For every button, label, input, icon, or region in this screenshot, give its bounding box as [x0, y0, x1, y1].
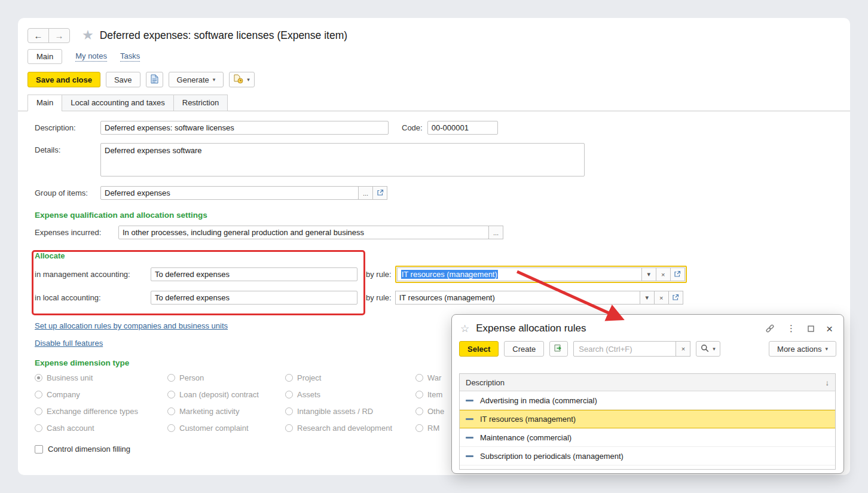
search-options-button[interactable]: ▾ [696, 341, 720, 357]
radio-icon [167, 391, 175, 398]
open-button[interactable] [668, 291, 683, 305]
open-button[interactable] [372, 186, 387, 200]
details-textarea[interactable]: Deferred expenses software [100, 143, 585, 176]
code-input[interactable] [427, 121, 498, 135]
tab-my-notes[interactable]: My notes [75, 51, 107, 62]
attached-files-button[interactable] [146, 72, 163, 87]
radio-icon [415, 391, 423, 398]
form-tab-main[interactable]: Main [27, 95, 62, 111]
back-button[interactable]: ← [27, 28, 49, 43]
choose-button[interactable]: ... [488, 226, 503, 239]
command-toolbar: Save and close Save Generate ▾ ▾ [18, 71, 850, 89]
code-label: Code: [402, 123, 423, 132]
dropdown-button[interactable]: ▾ [640, 291, 655, 305]
save-and-close-button[interactable]: Save and close [27, 72, 100, 87]
dash-icon [466, 400, 473, 401]
save-button[interactable]: Save [106, 72, 140, 87]
form-tab-local-accounting[interactable]: Local accounting and taxes [62, 95, 174, 111]
forward-button[interactable]: → [48, 28, 70, 43]
local-accounting-input[interactable] [151, 291, 357, 305]
radio-icon [285, 407, 293, 415]
document-clock-icon [234, 74, 243, 86]
details-label: Details: [35, 143, 100, 154]
radio-icon [167, 374, 175, 382]
maximize-icon[interactable] [808, 325, 814, 332]
open-icon [377, 189, 384, 197]
create-on-basis-button[interactable]: ▾ [229, 72, 255, 87]
management-rule-field[interactable]: IT resources (management) ▾ × [395, 266, 687, 283]
favorite-star-icon[interactable]: ★ [82, 29, 94, 42]
kebab-menu-icon[interactable]: ⋮ [787, 323, 796, 334]
clear-icon: × [661, 271, 665, 278]
table-header[interactable]: Description ↓ [460, 374, 835, 391]
search-input[interactable] [573, 341, 676, 357]
management-accounting-input[interactable] [151, 267, 357, 281]
table-row[interactable]: Maintenance (commercial) [460, 428, 835, 447]
expense-allocation-rules-window: ☆ Expense allocation rules ⋮ × Select Cr… [451, 314, 844, 474]
document-icon [151, 74, 158, 86]
magnifier-icon [701, 344, 709, 354]
tab-main[interactable]: Main [27, 49, 62, 64]
generate-button[interactable]: Generate ▾ [169, 72, 224, 87]
tab-tasks[interactable]: Tasks [120, 51, 140, 62]
radio-project[interactable]: Project [285, 373, 415, 382]
create-group-button[interactable] [549, 341, 568, 357]
more-actions-button[interactable]: More actions ▾ [769, 341, 836, 357]
dropdown-button[interactable]: ▾ [641, 267, 656, 281]
choose-button[interactable]: ... [358, 186, 373, 200]
radio-assets[interactable]: Assets [285, 390, 415, 399]
close-icon[interactable]: × [826, 323, 833, 334]
radio-research-and-development[interactable]: Research and development [285, 424, 415, 433]
forward-arrow-icon: → [55, 31, 64, 41]
radio-person[interactable]: Person [167, 373, 285, 382]
chevron-down-icon: ▾ [713, 346, 716, 352]
table-row-selected[interactable]: IT resources (management) [460, 410, 835, 428]
open-button[interactable] [670, 267, 685, 281]
create-button[interactable]: Create [504, 341, 544, 357]
radio-customer-complaint[interactable]: Customer complaint [167, 424, 285, 433]
form-tabs: Main Local accounting and taxes Restrict… [18, 95, 850, 111]
radio-cash-account[interactable]: Cash account [35, 424, 167, 433]
clear-button[interactable]: × [654, 291, 669, 305]
radio-loan-deposit-contract[interactable]: Loan (deposit) contract [167, 390, 285, 399]
management-rule-value[interactable]: IT resources (management) [397, 267, 642, 281]
create-group-icon [554, 343, 563, 354]
setup-allocation-rules-link[interactable]: Set up allocation rules by companies and… [35, 322, 228, 330]
generate-label: Generate [177, 75, 209, 84]
radio-intangible-assets-rd[interactable]: Intangible assets / RD [285, 407, 415, 416]
group-of-items-row: Group of items: ... [35, 186, 839, 200]
description-input[interactable] [100, 121, 389, 135]
chevron-down-icon: ▾ [647, 270, 650, 278]
local-accounting-label: in local accounting: [35, 293, 151, 302]
radio-icon [35, 424, 42, 432]
open-icon [672, 294, 679, 302]
radio-marketing-activity[interactable]: Marketing activity [167, 407, 285, 416]
local-rule-value[interactable]: IT resources (management) [395, 291, 640, 305]
form-tab-restriction[interactable]: Restriction [173, 95, 228, 111]
radio-icon [35, 374, 42, 382]
expenses-incurred-input[interactable] [118, 226, 489, 239]
radio-icon [35, 407, 42, 415]
radio-company[interactable]: Company [35, 390, 167, 399]
clear-search-button[interactable]: × [676, 341, 690, 357]
table-row[interactable]: Subscription to periodicals (management) [460, 447, 835, 465]
group-of-items-input[interactable] [100, 186, 359, 200]
radio-exchange-difference-types[interactable]: Exchange difference types [35, 407, 167, 416]
disable-full-features-link[interactable]: Disable full features [35, 339, 103, 348]
radio-business-unit[interactable]: Business unit [35, 373, 167, 382]
table-row[interactable]: Advertising in media (commercial) [460, 391, 835, 410]
clear-button[interactable]: × [656, 267, 671, 281]
dash-icon [466, 437, 473, 439]
page-title: Deferred expenses: software licenses (Ex… [100, 29, 347, 42]
ellipsis-icon: ... [363, 190, 368, 197]
radio-icon [415, 374, 423, 382]
link-icon[interactable] [765, 324, 775, 333]
by-rule-label: by rule: [366, 293, 392, 302]
local-rule-field[interactable]: IT resources (management) ▾ × [395, 291, 683, 305]
group-of-items-label: Group of items: [35, 188, 100, 197]
select-button[interactable]: Select [459, 341, 499, 357]
back-arrow-icon: ← [34, 31, 43, 41]
radio-icon [35, 391, 42, 398]
history-nav: ← → [27, 28, 70, 43]
favorite-star-icon[interactable]: ☆ [460, 324, 469, 334]
